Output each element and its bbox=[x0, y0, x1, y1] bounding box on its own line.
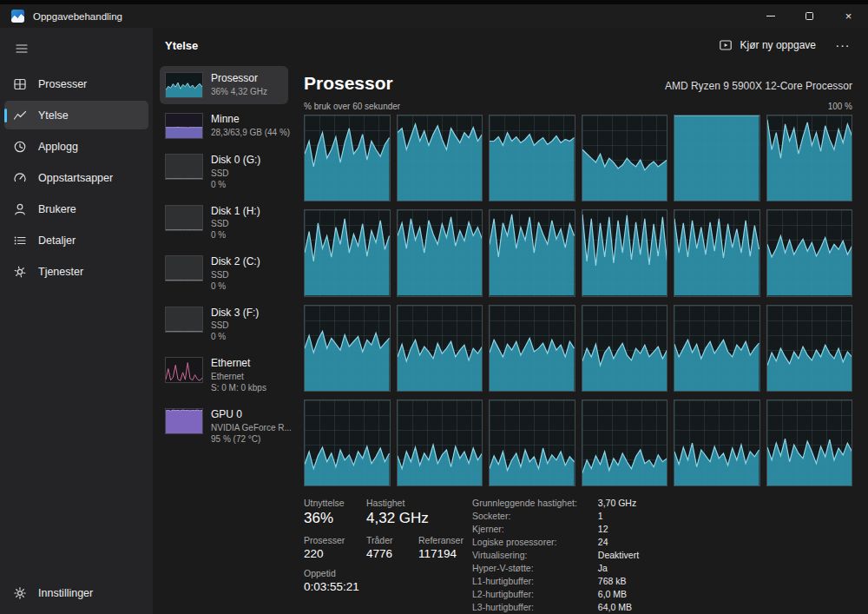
close-icon: × bbox=[845, 10, 852, 23]
main-panel: Ytelse Kjør ny oppgave ··· Prosessor36% … bbox=[153, 28, 868, 614]
perf-item-text: Disk 3 (F:)SSD0 % bbox=[211, 307, 259, 343]
cpu-core-graph-22 bbox=[582, 399, 668, 486]
maximize-icon bbox=[806, 12, 813, 20]
sidebar-item-oppstartsapper[interactable]: Oppstartsapper bbox=[4, 163, 148, 192]
sidebar-item-tjenester[interactable]: Tjenester bbox=[4, 257, 148, 286]
stat-value: 0:03:55:21 bbox=[304, 580, 354, 593]
cpu-detail-panel: Prosessor AMD Ryzen 9 5900X 12-Core Proc… bbox=[293, 63, 868, 614]
cpu-core-graph-19 bbox=[304, 399, 391, 486]
run-new-task-icon bbox=[719, 38, 733, 52]
cpu-core-graph-20 bbox=[397, 399, 483, 486]
sidebar-item-label: Detaljer bbox=[38, 234, 76, 247]
stat-oppetid: Oppetid0:03:55:21 bbox=[304, 568, 354, 593]
content-area: ProsesserYtelseApploggOppstartsapperBruk… bbox=[0, 28, 868, 614]
window-controls: × bbox=[751, 4, 868, 28]
detail-label: Socketer: bbox=[472, 511, 577, 521]
sidebar-item-detaljer[interactable]: Detaljer bbox=[4, 226, 148, 254]
cpu-core-graph-11 bbox=[674, 209, 760, 296]
perf-item-text: Minne28,3/63,9 GB (44 %) bbox=[211, 113, 283, 138]
perf-item-name: Disk 3 (F:) bbox=[211, 307, 259, 320]
perf-item-name: Disk 0 (G:) bbox=[211, 154, 260, 168]
perf-item-text: GPU 0NVIDIA GeForce R...95 % (72 °C) bbox=[211, 408, 283, 445]
cpu-core-graph-2 bbox=[397, 115, 483, 201]
app-history-icon bbox=[13, 140, 27, 154]
sidebar-item-applogg[interactable]: Applogg bbox=[4, 132, 148, 161]
cpu-core-graph-14 bbox=[397, 305, 483, 392]
disk-thumbnail-chart bbox=[165, 307, 203, 333]
cpu-core-graph-9 bbox=[489, 209, 575, 296]
perf-item-minne[interactable]: Minne28,3/63,9 GB (44 %) bbox=[160, 107, 288, 145]
cpu-core-graph-5 bbox=[674, 115, 760, 201]
gpu-thumbnail-chart bbox=[165, 408, 203, 434]
detail-label: L3-hurtigbuffer: bbox=[472, 602, 577, 612]
sidebar-item-innstillinger[interactable]: Innstillinger bbox=[4, 578, 148, 607]
run-new-task-button[interactable]: Kjør ny oppgave bbox=[710, 33, 825, 57]
cpu-core-graph-6 bbox=[766, 115, 853, 201]
perf-item-disk-2-c[interactable]: Disk 2 (C:)SSD0 % bbox=[160, 249, 288, 298]
maximize-button[interactable] bbox=[790, 4, 829, 28]
sidebar-items: ProsesserYtelseApploggOppstartsapperBruk… bbox=[0, 66, 153, 286]
run-new-task-icon-slot bbox=[719, 38, 733, 52]
sidebar-item-ytelse[interactable]: Ytelse bbox=[4, 101, 148, 129]
detail-value: 12 bbox=[598, 524, 639, 534]
perf-item-name: Disk 1 (H:) bbox=[211, 205, 260, 219]
perf-item-disk-3-f[interactable]: Disk 3 (F:)SSD0 % bbox=[160, 300, 288, 349]
perf-item-text: Prosessor36% 4,32 GHz bbox=[211, 72, 267, 97]
disk-thumbnail-chart bbox=[165, 205, 203, 231]
menu-icon bbox=[15, 42, 29, 56]
perf-item-gpu-0[interactable]: GPU 0NVIDIA GeForce R...95 % (72 °C) bbox=[160, 402, 288, 451]
performance-metric-list: Prosessor36% 4,32 GHzMinne28,3/63,9 GB (… bbox=[160, 63, 293, 614]
perf-item-detail: 0 % bbox=[211, 331, 259, 342]
perf-item-text: EthernetEthernetS: 0 M: 0 kbps bbox=[211, 357, 266, 393]
details-icon bbox=[13, 234, 27, 248]
more-options-button[interactable]: ··· bbox=[828, 35, 858, 56]
startup-apps-icon bbox=[13, 171, 27, 185]
perf-item-ethernet[interactable]: EthernetEthernetS: 0 M: 0 kbps bbox=[160, 351, 288, 399]
stat-label: Referanser bbox=[418, 535, 464, 545]
header-actions: Kjør ny oppgave ··· bbox=[710, 33, 858, 57]
stat-label: Tråder bbox=[366, 535, 406, 545]
graph-axis-label: % bruk over 60 sekunder bbox=[304, 102, 400, 111]
performance-view: Prosessor36% 4,32 GHzMinne28,3/63,9 GB (… bbox=[153, 63, 868, 614]
sidebar-nav: ProsesserYtelseApploggOppstartsapperBruk… bbox=[0, 28, 153, 614]
stat-prosesser: Prosesser220 bbox=[304, 535, 354, 560]
stat-value: 220 bbox=[304, 547, 354, 560]
cpu-core-graph-23 bbox=[674, 399, 760, 486]
detail-label: Hyper-V-støtte: bbox=[472, 563, 577, 573]
cpu-core-graph-3 bbox=[489, 115, 575, 201]
cpu-core-graph-13 bbox=[304, 305, 391, 392]
stat-label: Oppetid bbox=[304, 568, 354, 578]
app-icon bbox=[11, 10, 24, 23]
task-manager-window: Oppgavebehandling × ProsesserYtelseApplo… bbox=[0, 0, 868, 614]
minimize-icon bbox=[766, 16, 775, 17]
sidebar-item-label: Brukere bbox=[38, 203, 76, 215]
stat-hastighet: Hastighet4,32 GHz bbox=[366, 498, 429, 527]
sidebar-item-brukere[interactable]: Brukere bbox=[4, 195, 148, 223]
cpu-core-graph-17 bbox=[674, 305, 760, 392]
titlebar: Oppgavebehandling × bbox=[0, 4, 868, 28]
perf-item-detail: 0 % bbox=[211, 281, 260, 292]
perf-item-disk-0-g[interactable]: Disk 0 (G:)SSD0 % bbox=[160, 148, 288, 196]
close-button[interactable]: × bbox=[829, 4, 868, 28]
page-title: Ytelse bbox=[165, 39, 198, 52]
perf-item-name: Ethernet bbox=[211, 357, 266, 371]
perf-item-text: Disk 0 (G:)SSD0 % bbox=[211, 154, 260, 190]
menu-toggle-button[interactable] bbox=[5, 35, 38, 63]
sidebar-item-label: Prosesser bbox=[38, 78, 87, 90]
minimize-button[interactable] bbox=[751, 4, 790, 28]
detail-value: 768 kB bbox=[598, 576, 639, 586]
stat-label: Utnyttelse bbox=[304, 498, 354, 508]
perf-item-detail: 36% 4,32 GHz bbox=[211, 86, 267, 97]
perf-item-prosessor[interactable]: Prosessor36% 4,32 GHz bbox=[160, 66, 288, 104]
sidebar-bottom: Innstillinger bbox=[0, 578, 153, 607]
app-identity: Oppgavebehandling bbox=[0, 4, 122, 28]
disk-thumbnail-chart bbox=[165, 154, 203, 180]
perf-item-name: GPU 0 bbox=[211, 408, 283, 422]
detail-value: 24 bbox=[598, 537, 639, 547]
sidebar-item-prosesser[interactable]: Prosesser bbox=[4, 69, 148, 98]
cpu-title: Prosessor bbox=[304, 73, 393, 94]
performance-icon bbox=[13, 109, 27, 122]
detail-value: 1 bbox=[598, 511, 639, 521]
perf-item-disk-1-h[interactable]: Disk 1 (H:)SSD0 % bbox=[160, 199, 288, 248]
cpu-core-graph-16 bbox=[582, 305, 668, 392]
